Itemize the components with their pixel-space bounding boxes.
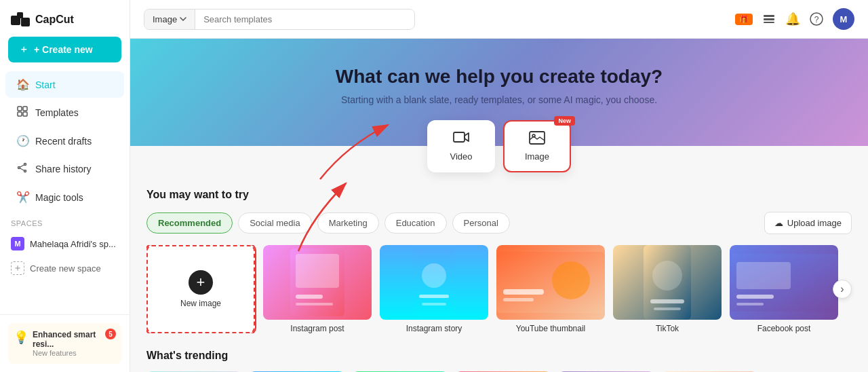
svg-point-34 — [652, 261, 682, 291]
feature-title: Enhanced smart resi... — [33, 330, 115, 349]
gift-icon: 🎁 — [735, 14, 753, 25]
header-icons: 🎁 🔔 ? M — [735, 8, 854, 30]
clock-icon: 🕐 — [16, 134, 28, 147]
svg-point-9 — [24, 170, 26, 172]
upload-icon: ☁ — [774, 218, 783, 228]
sidebar-label-share-history: Share history — [35, 164, 91, 174]
svg-line-10 — [20, 165, 24, 167]
gift-button[interactable]: 🎁 — [735, 14, 753, 25]
feature-card[interactable]: 💡 Enhanced smart resi... New features 5 — [8, 323, 121, 364]
template-grid-container: + New image — [146, 245, 852, 333]
logo-area: CapCut — [0, 0, 130, 37]
sidebar: CapCut ＋ + Create new 🏠 Start Templates … — [0, 0, 130, 372]
upload-image-button[interactable]: ☁ Upload image — [764, 212, 852, 234]
svg-rect-13 — [764, 18, 774, 20]
logo-text: CapCut — [35, 14, 74, 26]
new-badge: New — [554, 116, 575, 126]
home-icon: 🏠 — [16, 78, 28, 91]
svg-rect-36 — [654, 308, 681, 310]
next-templates-button[interactable]: › — [833, 280, 852, 299]
svg-rect-14 — [764, 22, 774, 23]
svg-line-11 — [20, 168, 24, 170]
space-avatar: M — [11, 237, 24, 250]
upload-label: Upload image — [787, 218, 842, 228]
create-new-label: + Create new — [34, 44, 93, 55]
youtube-thumbnail-label: YouTube thumbnail — [496, 324, 605, 333]
search-type-dropdown[interactable]: Image — [144, 10, 195, 29]
svg-rect-1 — [17, 12, 23, 18]
create-new-button[interactable]: ＋ + Create new — [8, 37, 121, 62]
instagram-post-label: Instagram post — [263, 324, 372, 333]
svg-rect-40 — [736, 303, 764, 305]
logo-icon — [11, 12, 30, 27]
header: Image 🎁 🔔 — [130, 0, 868, 39]
main-content: Image 🎁 🔔 — [130, 0, 868, 372]
svg-rect-4 — [23, 107, 27, 111]
layers-button[interactable] — [762, 13, 776, 25]
svg-rect-35 — [650, 299, 684, 303]
youtube-thumbnail-card[interactable]: YouTube thumbnail — [496, 245, 605, 333]
bulb-icon: 💡 — [14, 330, 28, 345]
tab-personal[interactable]: Personal — [452, 212, 510, 234]
tab-recommended[interactable]: Recommended — [146, 212, 233, 234]
chevron-down-icon — [180, 17, 186, 21]
search-container: Image — [144, 9, 415, 30]
hero-title: What can we help you create today? — [144, 66, 854, 88]
create-space-label: Create new space — [30, 263, 101, 274]
instagram-story-thumb — [380, 245, 488, 320]
trending-title: What's trending — [146, 350, 852, 362]
instagram-post-card[interactable]: Instagram post — [263, 245, 372, 333]
instagram-post-preview — [290, 248, 344, 316]
you-may-title: You may want to try — [146, 189, 852, 201]
tab-social-media[interactable]: Social media — [238, 212, 311, 234]
sidebar-item-start[interactable]: 🏠 Start — [5, 71, 124, 98]
create-space-button[interactable]: ＋ Create new space — [0, 256, 130, 280]
sidebar-label-recent-drafts: Recent drafts — [35, 136, 92, 147]
hero-subtitle: Starting with a blank slate, ready templ… — [144, 94, 854, 105]
facebook-post-label: Facebook post — [730, 324, 838, 333]
mode-buttons-row: Video New Image — [130, 120, 868, 172]
youtube-thumb — [496, 245, 605, 320]
instagram-story-card[interactable]: Instagram story — [380, 245, 488, 333]
tiktok-thumb — [613, 245, 722, 320]
facebook-post-card[interactable]: Facebook post — [730, 245, 838, 333]
svg-rect-24 — [296, 303, 333, 305]
bell-button[interactable]: 🔔 — [785, 12, 800, 26]
image-mode-button[interactable]: New Image — [503, 120, 571, 172]
templates-icon — [16, 106, 28, 119]
new-image-label: New image — [178, 299, 224, 308]
svg-rect-22 — [296, 254, 339, 288]
share-icon — [16, 162, 28, 176]
plus-symbol: + — [197, 275, 205, 290]
svg-rect-17 — [454, 132, 465, 142]
sidebar-bottom: 💡 Enhanced smart resi... New features 5 — [0, 314, 130, 372]
help-button[interactable]: ? — [810, 12, 823, 26]
search-type-label: Image — [153, 14, 177, 24]
svg-text:?: ? — [814, 15, 819, 24]
sidebar-item-recent-drafts[interactable]: 🕐 Recent drafts — [5, 128, 124, 154]
search-input[interactable] — [195, 10, 414, 29]
help-icon: ? — [810, 12, 823, 26]
tab-education[interactable]: Education — [384, 212, 447, 234]
new-image-card[interactable]: + New image — [146, 245, 255, 333]
user-avatar[interactable]: M — [833, 8, 854, 30]
template-grid: + New image — [146, 245, 852, 333]
spaces-label: Spaces — [0, 211, 130, 231]
sidebar-label-templates: Templates — [35, 107, 79, 118]
svg-rect-23 — [296, 295, 323, 299]
sidebar-item-share-history[interactable]: Share history — [5, 155, 124, 183]
sidebar-item-templates[interactable]: Templates — [5, 99, 124, 126]
space-item-mahelaqa[interactable]: M Mahelaqa Afridi's sp... — [0, 231, 130, 256]
svg-rect-32 — [503, 298, 534, 301]
create-new-plus: ＋ — [19, 43, 28, 56]
tiktok-card[interactable]: TikTok — [613, 245, 722, 333]
sidebar-label-start: Start — [35, 79, 56, 90]
svg-rect-6 — [23, 112, 27, 116]
tab-marketing[interactable]: Marketing — [317, 212, 379, 234]
svg-rect-12 — [764, 15, 774, 17]
svg-point-7 — [24, 164, 26, 166]
svg-rect-38 — [736, 262, 791, 289]
video-mode-button[interactable]: Video — [427, 120, 495, 172]
sidebar-item-magic-tools[interactable]: ✂️ Magic tools — [5, 184, 124, 210]
add-icon: + — [189, 270, 213, 295]
